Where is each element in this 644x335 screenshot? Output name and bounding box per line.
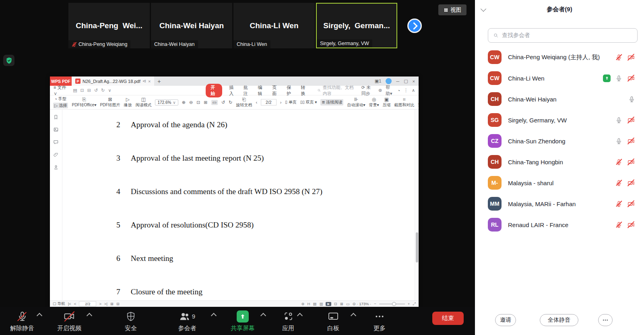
unmute-button[interactable]: 解除静音 [10,310,34,332]
ribbon-tab-protect[interactable]: 保护 [286,84,294,97]
scrollbar-thumb[interactable] [416,232,418,263]
zoom-in-icon[interactable]: ⊕ [182,100,186,105]
signature-icon[interactable] [53,164,59,170]
rotate-document-button[interactable]: ⎗旋转文档 [236,97,252,108]
participant-row[interactable]: CZ China-Sun Zhendong [475,130,644,151]
sync-status[interactable]: ⟳ 未同步 [361,85,375,97]
bookmarks-icon[interactable] [53,114,59,120]
feedback-icon[interactable]: ◔ [397,88,400,93]
mute-all-button[interactable]: 全体静音 [540,314,578,326]
snapshot-button[interactable]: ⌗截图和对比 [394,97,414,108]
more-options-button[interactable] [598,314,613,326]
next-page-icon[interactable]: > [99,302,101,306]
pdf-to-office-button[interactable]: ⎘PDF转Office▾ [72,97,96,108]
next-page-icon[interactable]: › [280,100,282,105]
video-tile[interactable]: China-Peng Wei... China-Peng Weiqiang [68,3,150,48]
view-button[interactable]: 视图 [438,4,466,15]
participant-row[interactable]: CH China-Tang Hongbin [475,151,644,172]
participant-row[interactable]: CW China-Li Wen [475,68,644,89]
save-icon[interactable]: ⊡ [80,88,84,93]
mute-options-chevron[interactable] [37,313,42,318]
ribbon-tab-insert[interactable]: 插入 [228,84,237,97]
video-tile[interactable]: China-Wei Haiyan China-Wei Haiyan [151,3,232,48]
customize-icon[interactable]: ∨ [108,88,111,93]
open-icon[interactable]: ▤ [73,88,77,93]
add-page-icon[interactable]: ⊞ [110,302,114,306]
last-page-icon[interactable]: >| [104,302,107,306]
presentation-play-icon[interactable]: ▶ [326,302,331,306]
two-page-icon[interactable]: ▥ [319,302,323,306]
prev-page-icon[interactable]: ‹ [256,100,257,105]
find-button[interactable]: 查找 [418,97,419,108]
security-shield-badge[interactable] [3,55,14,66]
invite-button[interactable]: 邀请 [495,314,516,326]
participant-search-input[interactable]: 查找参会者 [488,28,638,43]
participant-row[interactable]: RL Renaud LAIR - France [475,214,644,235]
tab-close-icon[interactable]: × [148,79,151,84]
vertical-scrollbar[interactable] [415,110,419,300]
fit-height-icon[interactable]: H [308,302,310,306]
thumbnails-icon[interactable] [53,127,59,132]
end-meeting-button[interactable]: 结束 [432,312,464,325]
rotate-left-icon[interactable]: ↺ [221,100,225,105]
new-tab-button[interactable]: + [154,77,164,86]
compress-button[interactable]: ▣压缩 [382,97,390,108]
account-avatar[interactable] [386,78,392,84]
fullwidth-icon[interactable]: ⊞ [340,302,343,306]
redo-icon[interactable]: ↻ [101,88,105,93]
share-screen-button[interactable]: 共享屏幕 [231,310,255,332]
participant-row[interactable]: M- Malaysia - sharul [475,172,644,193]
participant-row[interactable]: MM Malaysia, MARii - Farhan [475,193,644,214]
zoom-out-icon[interactable]: − [374,302,376,306]
next-videos-button[interactable] [407,19,422,33]
collapse-ribbon-icon[interactable]: ∧ [412,88,415,93]
start-video-button[interactable]: 开启视频 [57,310,81,332]
participant-row[interactable]: SG Sirgely, Germany, VW [475,110,644,130]
single-page-button[interactable]: ▯ 单页 [285,99,296,105]
whiteboard-options-chevron[interactable] [351,313,356,318]
document-tab[interactable]: P N26_Draft Ag...22-WG 18.pdf ⊲ × [72,77,154,86]
status-zoom-value[interactable]: ⊙ · 173% · [353,302,372,306]
whiteboard-button[interactable]: 白板 [327,310,339,332]
page-view-icon[interactable]: ▤ [313,302,316,306]
close-button[interactable]: × [413,79,415,84]
fit-page-icon[interactable]: ⊡ [196,100,200,105]
apps-button[interactable]: 应用 [282,310,294,332]
hand-tool[interactable]: ◔手型 [53,96,68,102]
fullscreen-icon[interactable]: ⤢ [413,302,416,306]
play-button[interactable]: ▷播放 [124,97,132,108]
zoom-out-icon[interactable]: ⊖ [189,100,193,105]
more-menu-icon[interactable]: ⋮ [404,88,408,93]
background-button[interactable]: ◎背景▾ [369,97,379,108]
security-button[interactable]: 安全 [125,310,137,332]
minimize-button[interactable]: ─ [396,79,399,84]
video-tile[interactable]: China-Li Wen China-Li Wen [233,3,315,48]
page-indicator[interactable]: 2/2 [261,99,277,105]
theme-icon[interactable]: ⊛ [301,302,305,306]
file-menu[interactable]: ≡ 文件 ∨ [54,85,69,97]
read-mode-button[interactable]: ◫阅读模式 [135,97,151,108]
undo-icon[interactable]: ↺ [94,88,98,93]
double-page-button[interactable]: ▯▯ 双页 ▾ [300,99,317,105]
video-tile-active-speaker[interactable]: Sirgely, German... Sirgely, Germany, VW [316,3,397,48]
status-page-indicator[interactable]: 2/2 [79,301,96,306]
restore-button[interactable]: ▢ [404,79,408,84]
collapse-panel-chevron-icon[interactable] [481,6,486,12]
ribbon-tab-convert[interactable]: 转换 [300,84,309,97]
share-options-chevron[interactable] [260,313,266,318]
ribbon-search[interactable]: 查找功能、文档内容 [317,85,357,97]
readmode-icon[interactable]: ▭ [346,302,350,306]
print-icon[interactable]: ⊟ [87,88,91,93]
comments-icon[interactable] [53,139,59,145]
fit-width-icon[interactable]: ⊞ [204,100,207,105]
tab-pin-icon[interactable]: ⊲ [142,79,146,84]
zoom-level-select[interactable]: 172.6%∨ [155,99,178,105]
navigation-toggle[interactable]: ▢ 导航 [53,301,65,306]
remove-page-icon[interactable]: ⊟ [116,302,120,306]
apps-options-chevron[interactable] [297,313,303,318]
prev-page-icon[interactable]: < [74,302,76,306]
zoom-slider[interactable] [379,304,405,304]
participant-row[interactable]: CW China-Peng Weiqiang (主持人, 我) [475,47,644,68]
attachments-icon[interactable] [53,152,59,157]
pdf-to-image-button[interactable]: ⊠PDF转图片 [100,97,120,108]
